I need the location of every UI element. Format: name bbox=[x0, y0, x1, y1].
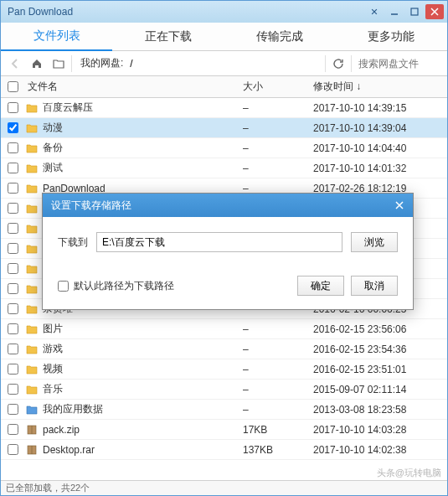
file-icon bbox=[24, 283, 39, 295]
tab-bar: 文件列表正在下载传输完成更多功能 bbox=[1, 23, 447, 51]
row-checkbox[interactable] bbox=[8, 263, 18, 274]
tab[interactable]: 正在下载 bbox=[112, 23, 224, 50]
file-name: 动漫 bbox=[39, 121, 243, 135]
row-checkbox[interactable] bbox=[8, 122, 18, 133]
file-size: – bbox=[243, 323, 313, 335]
row-checkbox[interactable] bbox=[8, 323, 18, 334]
divider bbox=[71, 55, 72, 72]
file-icon bbox=[24, 183, 39, 194]
file-date: 2016-02-15 23:51:01 bbox=[313, 364, 447, 375]
file-size: – bbox=[243, 122, 313, 134]
tab[interactable]: 传输完成 bbox=[224, 23, 336, 50]
file-size: – bbox=[243, 384, 313, 395]
minimize-button[interactable] bbox=[385, 4, 404, 19]
file-icon bbox=[24, 404, 39, 416]
file-name: 音乐 bbox=[39, 382, 243, 396]
ok-button[interactable]: 确定 bbox=[297, 276, 344, 296]
tab[interactable]: 文件列表 bbox=[1, 23, 112, 51]
path-input[interactable] bbox=[126, 58, 322, 70]
close-button[interactable] bbox=[425, 4, 444, 19]
file-icon bbox=[24, 424, 39, 436]
file-date: 2017-10-10 14:39:15 bbox=[313, 102, 447, 114]
file-icon bbox=[24, 344, 39, 355]
file-date: 2017-10-10 14:01:32 bbox=[313, 163, 447, 174]
file-row[interactable]: 视频–2016-02-15 23:51:01 bbox=[1, 359, 447, 380]
search-input[interactable] bbox=[355, 58, 442, 70]
select-all-checkbox[interactable] bbox=[8, 81, 18, 92]
dialog-titlebar: 设置下载存储路径 bbox=[43, 194, 413, 217]
dialog-title: 设置下载存储路径 bbox=[51, 199, 391, 213]
file-date: 2017-10-10 14:02:38 bbox=[313, 444, 447, 456]
home-button[interactable] bbox=[28, 54, 46, 73]
row-checkbox[interactable] bbox=[8, 344, 18, 354]
row-checkbox[interactable] bbox=[8, 243, 18, 254]
path-prefix: 我的网盘: bbox=[80, 56, 123, 70]
file-name: 我的应用数据 bbox=[39, 402, 243, 416]
file-row[interactable]: Desktop.rar137KB2017-10-10 14:02:38 bbox=[1, 440, 447, 460]
row-checkbox[interactable] bbox=[8, 283, 18, 294]
cancel-button[interactable]: 取消 bbox=[351, 276, 398, 296]
file-icon bbox=[24, 444, 39, 456]
file-row[interactable]: 测试–2017-10-10 14:01:32 bbox=[1, 158, 447, 178]
dialog-close-button[interactable] bbox=[391, 198, 408, 213]
file-row[interactable]: 我的应用数据–2013-03-08 18:23:58 bbox=[1, 400, 447, 420]
row-checkbox[interactable] bbox=[8, 424, 18, 435]
file-row[interactable]: 动漫–2017-10-10 14:39:04 bbox=[1, 118, 447, 138]
file-icon bbox=[24, 323, 39, 335]
file-name: pack.zip bbox=[39, 424, 243, 436]
row-checkbox[interactable] bbox=[8, 142, 18, 153]
svg-rect-0 bbox=[411, 8, 418, 15]
file-date: 2017-10-10 14:03:28 bbox=[313, 424, 447, 436]
maximize-button[interactable] bbox=[405, 4, 424, 19]
row-checkbox[interactable] bbox=[8, 384, 18, 395]
window-title: Pan Download bbox=[8, 6, 363, 18]
row-checkbox[interactable] bbox=[8, 303, 18, 314]
file-row[interactable]: 游戏–2016-02-15 23:54:36 bbox=[1, 339, 447, 359]
tab[interactable]: 更多功能 bbox=[336, 23, 447, 50]
default-path-label[interactable]: 默认此路径为下载路径 bbox=[58, 279, 174, 293]
file-date: 2016-02-15 23:56:06 bbox=[313, 323, 447, 335]
file-icon bbox=[24, 364, 39, 375]
row-checkbox[interactable] bbox=[8, 183, 18, 194]
row-checkbox[interactable] bbox=[8, 223, 18, 234]
file-row[interactable]: 图片–2016-02-15 23:56:06 bbox=[1, 319, 447, 339]
row-checkbox[interactable] bbox=[8, 203, 18, 214]
refresh-button[interactable] bbox=[329, 54, 348, 73]
download-path-dialog: 设置下载存储路径 下载到 浏览 默认此路径为下载路径 确定 取消 bbox=[42, 193, 414, 310]
file-row[interactable]: 百度云解压–2017-10-10 14:39:15 bbox=[1, 98, 447, 118]
download-path-input[interactable] bbox=[96, 232, 342, 252]
file-icon bbox=[24, 223, 39, 235]
column-name[interactable]: 文件名 bbox=[24, 80, 243, 94]
file-size: 137KB bbox=[243, 444, 313, 456]
file-row[interactable]: 备份–2017-10-10 14:04:40 bbox=[1, 138, 447, 158]
file-name: 备份 bbox=[39, 141, 243, 155]
file-icon bbox=[24, 263, 39, 275]
row-checkbox[interactable] bbox=[8, 444, 18, 455]
file-row[interactable]: pack.zip17KB2017-10-10 14:03:28 bbox=[1, 420, 447, 440]
menu-button[interactable] bbox=[365, 4, 384, 19]
file-size: 17KB bbox=[243, 424, 313, 436]
row-checkbox[interactable] bbox=[8, 102, 18, 113]
row-checkbox[interactable] bbox=[8, 163, 18, 173]
file-size: – bbox=[243, 102, 313, 114]
file-date: 2017-10-10 14:39:04 bbox=[313, 122, 447, 134]
browse-button[interactable]: 浏览 bbox=[351, 232, 398, 252]
download-to-label: 下载到 bbox=[58, 235, 88, 250]
new-folder-button[interactable] bbox=[49, 54, 68, 73]
column-size[interactable]: 大小 bbox=[243, 80, 313, 94]
divider bbox=[325, 55, 326, 72]
file-icon bbox=[24, 122, 39, 134]
file-row[interactable]: 音乐–2015-09-07 02:11:14 bbox=[1, 380, 447, 400]
divider bbox=[351, 55, 352, 72]
default-path-checkbox[interactable] bbox=[58, 281, 69, 292]
row-checkbox[interactable] bbox=[8, 364, 18, 375]
file-date: 2016-02-15 23:54:36 bbox=[313, 344, 447, 355]
back-button[interactable] bbox=[6, 54, 24, 73]
file-name: Desktop.rar bbox=[39, 444, 243, 456]
column-date[interactable]: 修改时间 ↓ bbox=[313, 80, 447, 94]
file-size: – bbox=[243, 404, 313, 416]
statusbar: 已全部加载，共22个 bbox=[1, 480, 447, 495]
file-icon bbox=[24, 303, 39, 315]
row-checkbox[interactable] bbox=[8, 404, 18, 415]
file-name: 图片 bbox=[39, 322, 243, 336]
